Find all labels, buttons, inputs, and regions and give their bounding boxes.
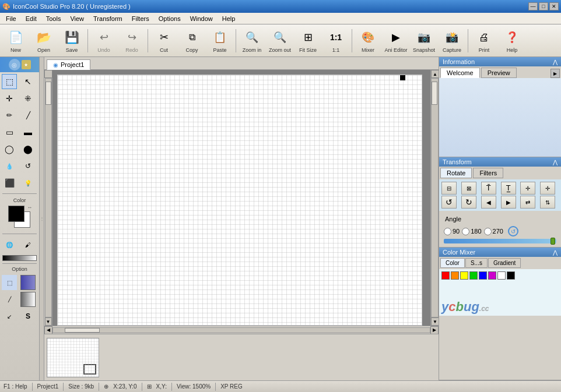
arrow-tool[interactable]: ↖: [20, 74, 36, 89]
vscroll-right-thumb[interactable]: [432, 82, 437, 105]
hscroll-track[interactable]: [52, 327, 430, 333]
rect-fill-tool[interactable]: ▬: [20, 125, 36, 140]
angle-270-option[interactable]: 270: [484, 228, 503, 235]
new-button[interactable]: 📄 New: [2, 26, 29, 55]
close-button[interactable]: ✕: [549, 2, 559, 10]
color-mixer-panel-header[interactable]: Color Mixer ⋀: [439, 248, 561, 257]
angle-270-radio[interactable]: [484, 228, 492, 235]
fill-tool[interactable]: 💧: [2, 158, 17, 174]
option-tool-3[interactable]: ↙: [2, 309, 17, 324]
color-swatch-blue[interactable]: [479, 271, 487, 280]
hscroll-right-btn[interactable]: ▶: [430, 326, 439, 334]
color-mixer-s-tab[interactable]: S...s: [465, 258, 488, 268]
welcome-tab[interactable]: Welcome: [440, 68, 480, 78]
pencil-tool[interactable]: ✏: [2, 108, 17, 123]
color-swatch-white[interactable]: [497, 271, 506, 280]
redo-button[interactable]: ↪ Redo: [118, 26, 145, 55]
angle-180-option[interactable]: 180: [462, 228, 481, 235]
information-collapse-icon[interactable]: ⋀: [553, 59, 558, 65]
menu-transform[interactable]: Transform: [89, 14, 127, 23]
preview-tab[interactable]: Preview: [481, 68, 517, 78]
copy-button[interactable]: ⧉ Copy: [178, 26, 205, 55]
vscroll-track[interactable]: [45, 78, 52, 317]
mixer-button[interactable]: 🎨 Mixer: [355, 26, 381, 55]
align-top-btn[interactable]: T̄: [481, 182, 496, 195]
flip-v2-btn[interactable]: ⇅: [540, 196, 555, 209]
menu-view[interactable]: View: [65, 14, 89, 23]
flip-both-btn[interactable]: ⇄: [520, 196, 535, 209]
color-swatch-purple[interactable]: [488, 271, 496, 280]
resize-handle[interactable]: ⋮: [40, 57, 44, 380]
angle-slider-handle[interactable]: [551, 238, 555, 245]
option-tool-2[interactable]: ╱: [2, 292, 17, 307]
align-bottom-btn[interactable]: T̲: [501, 182, 516, 195]
snapshot-button[interactable]: 📷 Snapshot: [411, 26, 437, 55]
color-mixer-collapse-icon[interactable]: ⋀: [553, 249, 558, 256]
fit-size-button[interactable]: ⊞ Fit Size: [294, 26, 321, 55]
filters-tab[interactable]: Filters: [473, 168, 503, 178]
gradient-tool[interactable]: 🖌: [20, 237, 36, 252]
menu-filters[interactable]: Filters: [127, 14, 154, 23]
line-tool[interactable]: ╱: [20, 108, 36, 123]
gradient-bar[interactable]: [2, 255, 37, 261]
option-s-tool[interactable]: S: [20, 309, 36, 324]
menu-help[interactable]: Help: [218, 14, 240, 23]
project-tab[interactable]: ◉ Project1: [47, 59, 90, 70]
rect-outline-tool[interactable]: ▭: [2, 125, 17, 140]
help-button[interactable]: ❓ Help: [499, 26, 525, 55]
color-swatch-green[interactable]: [469, 271, 478, 280]
open-button[interactable]: 📂 Open: [30, 26, 57, 55]
print-button[interactable]: 🖨 Print: [471, 26, 497, 55]
undo-button[interactable]: ↩ Undo: [90, 26, 117, 55]
menu-tools[interactable]: Tools: [41, 14, 66, 23]
color-mixer-color-tab[interactable]: Color: [440, 258, 465, 268]
rotate-right-btn[interactable]: ↻: [461, 196, 476, 209]
flip-v-btn[interactable]: ⊠: [461, 182, 476, 195]
zoom-out-button[interactable]: 🔍 Zoom out: [267, 26, 293, 55]
angle-90-option[interactable]: 90: [444, 228, 460, 235]
foreground-color-swatch[interactable]: [8, 206, 24, 222]
move-left-btn[interactable]: ◀: [481, 196, 496, 209]
menu-options[interactable]: Options: [154, 14, 185, 23]
option-gradient-swatch[interactable]: [20, 275, 36, 290]
vscroll-right-track[interactable]: [431, 78, 439, 317]
zoom-in-button[interactable]: 🔍 Zoom in: [239, 26, 265, 55]
drawing-canvas[interactable]: [57, 75, 422, 326]
angle-90-radio[interactable]: [444, 228, 451, 235]
angle-rotate-icon[interactable]: ↺: [508, 226, 518, 236]
transform-collapse-icon[interactable]: ⋀: [553, 159, 558, 165]
vscroll-thumb[interactable]: [45, 82, 51, 105]
color-swatch-orange[interactable]: [451, 271, 459, 280]
angle-slider[interactable]: [444, 239, 556, 243]
align-center-btn[interactable]: ✛: [520, 182, 535, 195]
paste-button[interactable]: 📋 Paste: [206, 26, 233, 55]
hscroll-thumb[interactable]: [65, 328, 100, 333]
lasso-tool[interactable]: ⁜: [20, 91, 36, 106]
select-tool[interactable]: ⬚: [2, 74, 17, 89]
eyedropper-tool[interactable]: 🌐: [2, 237, 17, 252]
cut-button[interactable]: ✂ Cut: [150, 26, 177, 55]
rotate-tab[interactable]: Rotate: [440, 168, 472, 178]
hscroll-left-btn[interactable]: ◀: [44, 326, 52, 334]
canvas-content[interactable]: [52, 70, 430, 326]
rotate-left-btn[interactable]: ↺: [441, 196, 457, 209]
menu-window[interactable]: Window: [185, 14, 218, 23]
vscroll-right-down-btn[interactable]: ▼: [431, 317, 439, 326]
color-swatch-red[interactable]: [441, 271, 450, 280]
move-tool[interactable]: ✛: [2, 91, 17, 106]
color-swatch-yellow[interactable]: [460, 271, 468, 280]
vscroll-up-btn[interactable]: ▲: [431, 70, 439, 78]
align-right-btn[interactable]: ✛: [540, 182, 555, 195]
info-nav-btn[interactable]: ▶: [551, 69, 560, 78]
rotate-tool[interactable]: ↺: [20, 158, 36, 174]
minimize-button[interactable]: —: [528, 2, 538, 10]
ani-editor-button[interactable]: ▶ Ani Editor: [383, 26, 409, 55]
menu-edit[interactable]: Edit: [21, 14, 41, 23]
maximize-button[interactable]: □: [539, 2, 548, 10]
color-swatch-black[interactable]: [507, 271, 515, 280]
eraser-tool[interactable]: ⬛: [2, 175, 17, 190]
ellipse-fill-tool[interactable]: ⬤: [20, 142, 36, 157]
move-right-btn[interactable]: ▶: [501, 196, 516, 209]
swap-colors-icon[interactable]: ↔: [27, 204, 33, 210]
lightbulb-tool[interactable]: 💡: [20, 175, 36, 190]
